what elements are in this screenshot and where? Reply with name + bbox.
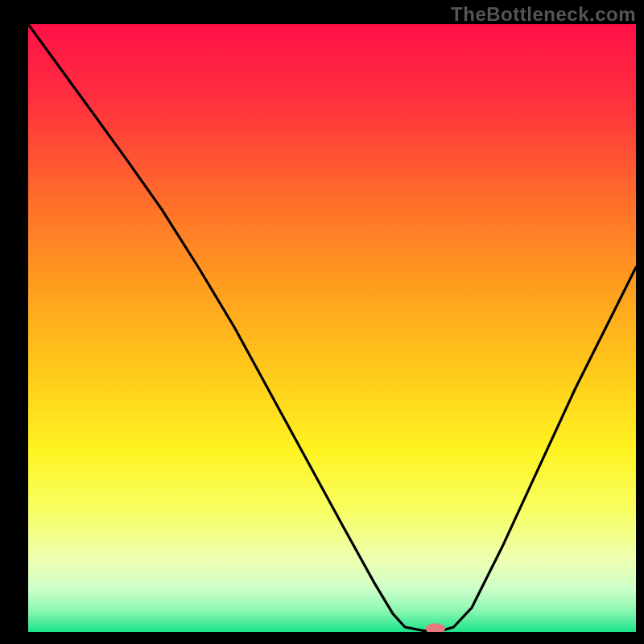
chart-svg <box>0 0 644 644</box>
chart-frame: TheBottleneck.com <box>0 0 644 644</box>
watermark-text: TheBottleneck.com <box>451 3 636 26</box>
chart-svg-container <box>0 0 644 644</box>
chart-background <box>28 24 636 632</box>
optimum-marker <box>426 623 445 634</box>
